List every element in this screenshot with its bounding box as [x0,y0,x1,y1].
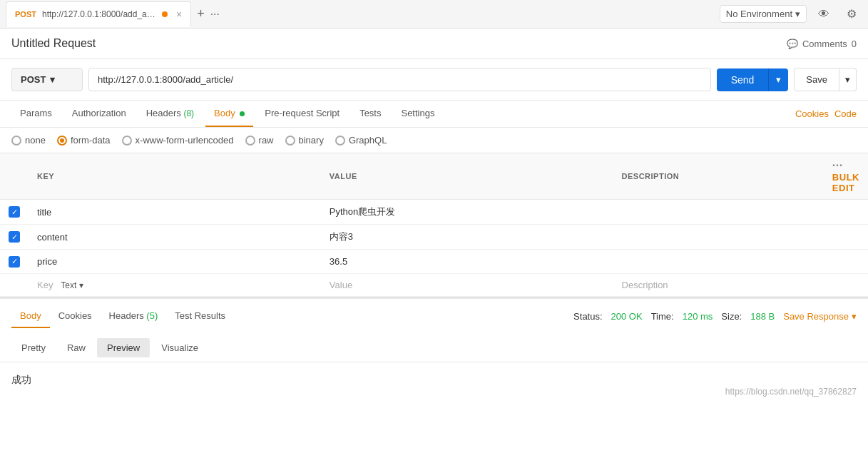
tab-body[interactable]: Body [205,101,253,127]
save-area: Save ▾ [794,68,857,91]
radio-raw[interactable]: raw [245,135,274,146]
radio-raw-dot [245,136,255,146]
tab-headers[interactable]: Headers (8) [138,101,203,127]
tab-url: http://127.0.0.1:8000/add_arti... [42,9,156,19]
save-response-label: Save Response [783,311,849,322]
col-check [0,153,29,200]
table-row: ✓ price 36.5 [0,250,868,274]
row3-key[interactable]: price [29,250,321,274]
new-row-key-placeholder[interactable]: Key [37,280,53,290]
col-description: DESCRIPTION [613,153,824,200]
cookies-button[interactable]: Cookies [795,108,829,119]
tab-close-icon[interactable]: × [176,9,182,20]
row1-value[interactable]: Python爬虫开发 [321,200,613,225]
radio-graphql[interactable]: GraphQL [335,135,387,146]
view-tab-preview[interactable]: Preview [97,338,150,357]
environment-selector[interactable]: No Environment ▾ [720,5,807,23]
resp-headers-badge: (5) [146,310,158,321]
row2-value[interactable]: 内容3 [321,225,613,250]
url-input[interactable] [88,68,711,91]
type-selector[interactable]: Text ▾ [61,280,83,290]
radio-none[interactable]: none [11,135,46,146]
tab-more-button[interactable]: ··· [210,8,220,21]
view-tab-pretty[interactable]: Pretty [11,338,56,357]
row2-checkbox[interactable]: ✓ [9,231,20,243]
row2-checkbox-cell: ✓ [0,225,29,250]
bulk-edit-button[interactable]: Bulk Edit [832,172,859,193]
row1-actions [824,200,868,225]
request-header: Untitled Request 💬 Comments 0 [0,29,868,59]
comment-icon: 💬 [787,39,798,49]
send-area: Send ▾ [717,68,789,91]
radio-urlencoded-dot [122,136,132,146]
row1-checkbox[interactable]: ✓ [9,206,20,218]
view-tab-visualize[interactable]: Visualize [151,338,208,357]
new-row-actions [824,273,868,296]
tab-authorization[interactable]: Authorization [63,101,135,127]
size-value: 188 B [750,311,775,322]
radio-binary-label: binary [299,135,324,146]
row3-actions [824,250,868,274]
active-tab[interactable]: POST http://127.0.0.1:8000/add_arti... × [6,1,191,27]
col-key: KEY [29,153,321,200]
tab-tests[interactable]: Tests [351,101,389,127]
new-row-desc-placeholder: Description [622,280,668,290]
time-value: 120 ms [683,311,713,322]
resp-tab-body[interactable]: Body [11,305,50,328]
save-button[interactable]: Save [794,68,839,91]
headers-badge: (8) [183,108,194,118]
new-row-checkbox-cell [0,273,29,296]
view-tab-raw[interactable]: Raw [57,338,96,357]
row3-checkbox[interactable]: ✓ [9,256,20,268]
comments-button[interactable]: 💬 Comments 0 [787,39,857,49]
resp-tab-headers[interactable]: Headers (5) [101,305,167,328]
new-tab-button[interactable]: + [191,6,210,21]
row2-description[interactable] [613,225,824,250]
radio-form-data-dot [57,136,67,146]
body-dot [240,111,245,116]
radio-urlencoded[interactable]: x-www-form-urlencoded [122,135,234,146]
new-row-desc-cell[interactable]: Description [613,273,824,296]
response-body: 成功 https://blog.csdn.net/qq_37862827 [0,362,868,405]
radio-form-data-label: form-data [71,135,111,146]
send-dropdown-button[interactable]: ▾ [768,68,788,91]
tab-pre-request-script[interactable]: Pre-request Script [256,101,348,127]
time-label: Time: [651,311,674,322]
status-label: Status: [573,311,602,322]
tab-method: POST [15,10,36,19]
tab-settings[interactable]: Settings [392,101,443,127]
row2-key[interactable]: content [29,225,321,250]
new-row-value-placeholder: Value [330,280,352,290]
gear-icon-button[interactable]: ⚙ [841,4,862,24]
type-label: Text [61,280,76,290]
save-dropdown-button[interactable]: ▾ [839,68,857,91]
new-row-value-cell[interactable]: Value [321,273,613,296]
row3-description[interactable] [613,250,824,274]
method-selector[interactable]: POST ▾ [11,68,83,91]
response-content: 成功 [11,374,857,387]
row3-value[interactable]: 36.5 [321,250,613,274]
radio-binary[interactable]: binary [285,135,324,146]
response-status: Status: 200 OK Time: 120 ms Size: 188 B … [573,311,857,322]
view-tabs: Pretty Raw Preview Visualize [0,334,868,362]
code-button[interactable]: Code [834,108,857,119]
col-actions: ··· Bulk Edit [824,153,868,200]
tab-params[interactable]: Params [11,101,61,127]
resp-tab-cookies[interactable]: Cookies [50,305,101,328]
eye-icon-button[interactable]: 👁 [812,5,835,24]
more-icon[interactable]: ··· [832,159,843,171]
type-dropdown-icon: ▾ [79,280,83,290]
params-table: KEY VALUE DESCRIPTION ··· Bulk Edit ✓ ti… [0,153,868,297]
radio-binary-dot [285,136,295,146]
row3-checkbox-cell: ✓ [0,250,29,274]
row1-description[interactable] [613,200,824,225]
resp-tab-test-results[interactable]: Test Results [166,305,234,328]
new-row: Key Text ▾ Value Description [0,273,868,296]
row1-key[interactable]: title [29,200,321,225]
radio-raw-label: raw [259,135,274,146]
save-response-button[interactable]: Save Response ▾ [783,311,857,322]
table-row: ✓ title Python爬虫开发 [0,200,868,225]
radio-form-data[interactable]: form-data [57,135,111,146]
send-button[interactable]: Send [717,68,769,91]
request-tabs: Params Authorization Headers (8) Body Pr… [0,101,868,128]
